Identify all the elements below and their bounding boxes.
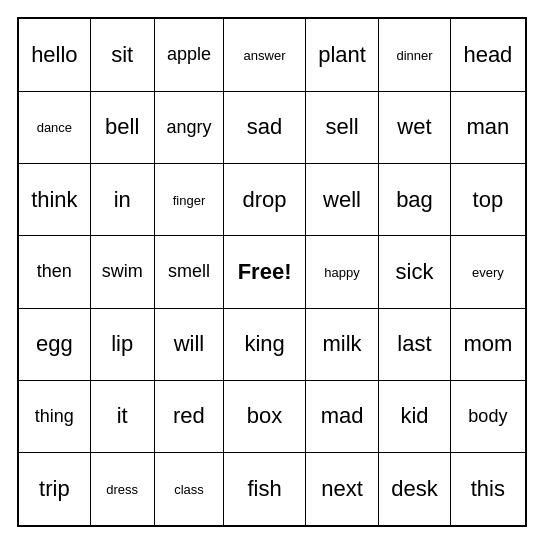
cell-text: answer [244, 48, 286, 63]
bingo-cell: will [154, 308, 224, 380]
cell-text: mad [321, 403, 364, 428]
cell-text: red [173, 403, 205, 428]
bingo-cell: angry [154, 91, 224, 163]
bingo-cell: sit [90, 18, 154, 91]
bingo-cell: answer [224, 18, 306, 91]
cell-text: sick [396, 259, 434, 284]
bingo-cell: hello [18, 18, 90, 91]
bingo-cell: this [450, 453, 526, 526]
bingo-cell: thing [18, 380, 90, 452]
cell-text: think [31, 187, 77, 212]
bingo-cell: bell [90, 91, 154, 163]
cell-text: drop [243, 187, 287, 212]
cell-text: swim [102, 261, 143, 281]
bingo-cell: well [305, 164, 378, 236]
cell-text: it [117, 403, 128, 428]
bingo-cell: Free! [224, 236, 306, 308]
bingo-cell: desk [379, 453, 451, 526]
cell-text: mom [463, 331, 512, 356]
bingo-cell: man [450, 91, 526, 163]
bingo-cell: egg [18, 308, 90, 380]
cell-text: man [466, 114, 509, 139]
cell-text: will [174, 331, 205, 356]
cell-text: sit [111, 42, 133, 67]
bingo-cell: class [154, 453, 224, 526]
bingo-cell: trip [18, 453, 90, 526]
cell-text: bell [105, 114, 139, 139]
cell-text: this [471, 476, 505, 501]
cell-text: in [114, 187, 131, 212]
bingo-cell: body [450, 380, 526, 452]
cell-text: finger [173, 193, 206, 208]
cell-text: sad [247, 114, 282, 139]
cell-text: head [463, 42, 512, 67]
cell-text: body [468, 406, 507, 426]
bingo-cell: dance [18, 91, 90, 163]
cell-text: every [472, 265, 504, 280]
cell-text: dance [37, 120, 72, 135]
cell-text: bag [396, 187, 433, 212]
cell-text: box [247, 403, 282, 428]
bingo-cell: in [90, 164, 154, 236]
cell-text: next [321, 476, 363, 501]
bingo-cell: top [450, 164, 526, 236]
cell-text: king [244, 331, 284, 356]
bingo-cell: wet [379, 91, 451, 163]
cell-text: sell [326, 114, 359, 139]
cell-text: angry [166, 117, 211, 137]
bingo-cell: last [379, 308, 451, 380]
cell-text: hello [31, 42, 77, 67]
bingo-cell: sick [379, 236, 451, 308]
bingo-cell: dress [90, 453, 154, 526]
bingo-cell: drop [224, 164, 306, 236]
cell-text: lip [111, 331, 133, 356]
bingo-cell: think [18, 164, 90, 236]
cell-text: top [473, 187, 504, 212]
cell-text: last [397, 331, 431, 356]
cell-text: egg [36, 331, 73, 356]
cell-text: fish [247, 476, 281, 501]
bingo-cell: lip [90, 308, 154, 380]
bingo-cell: box [224, 380, 306, 452]
bingo-cell: then [18, 236, 90, 308]
bingo-cell: smell [154, 236, 224, 308]
bingo-cell: finger [154, 164, 224, 236]
cell-text: happy [324, 265, 359, 280]
cell-text: milk [323, 331, 362, 356]
cell-text: then [37, 261, 72, 281]
bingo-cell: sell [305, 91, 378, 163]
cell-text: smell [168, 261, 210, 281]
bingo-cell: mad [305, 380, 378, 452]
cell-text: well [323, 187, 361, 212]
bingo-cell: happy [305, 236, 378, 308]
bingo-cell: every [450, 236, 526, 308]
bingo-cell: bag [379, 164, 451, 236]
bingo-cell: kid [379, 380, 451, 452]
bingo-cell: fish [224, 453, 306, 526]
bingo-cell: swim [90, 236, 154, 308]
cell-text: Free! [238, 259, 292, 284]
bingo-cell: next [305, 453, 378, 526]
bingo-cell: milk [305, 308, 378, 380]
bingo-cell: apple [154, 18, 224, 91]
cell-text: trip [39, 476, 70, 501]
cell-text: plant [318, 42, 366, 67]
cell-text: thing [35, 406, 74, 426]
bingo-cell: head [450, 18, 526, 91]
bingo-board: hellositappleanswerplantdinnerheaddanceb… [17, 17, 527, 527]
bingo-cell: king [224, 308, 306, 380]
bingo-cell: mom [450, 308, 526, 380]
cell-text: apple [167, 44, 211, 64]
bingo-cell: dinner [379, 18, 451, 91]
bingo-cell: sad [224, 91, 306, 163]
cell-text: kid [400, 403, 428, 428]
bingo-cell: plant [305, 18, 378, 91]
cell-text: dinner [396, 48, 432, 63]
bingo-cell: red [154, 380, 224, 452]
cell-text: class [174, 482, 204, 497]
cell-text: dress [106, 482, 138, 497]
cell-text: wet [397, 114, 431, 139]
bingo-cell: it [90, 380, 154, 452]
cell-text: desk [391, 476, 437, 501]
